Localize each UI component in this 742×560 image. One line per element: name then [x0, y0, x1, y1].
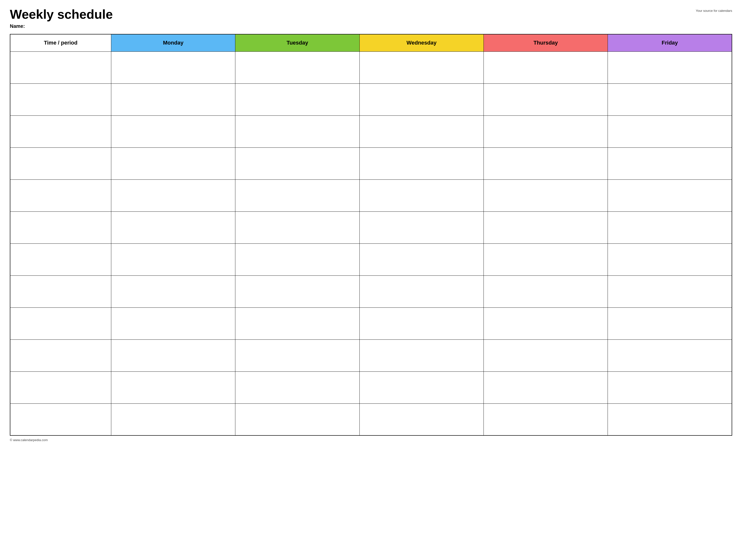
cell-r7-c5[interactable] [608, 275, 732, 307]
cell-r8-c2[interactable] [235, 307, 360, 339]
cell-r11-c1[interactable] [111, 403, 235, 436]
cell-r5-c0[interactable] [10, 212, 111, 243]
title-block: Weekly schedule Name: [10, 7, 113, 29]
cell-r8-c4[interactable] [483, 307, 607, 339]
cell-r10-c0[interactable] [10, 372, 111, 403]
header-monday: Monday [111, 34, 235, 51]
cell-r3-c5[interactable] [608, 148, 732, 179]
cell-r1-c0[interactable] [10, 83, 111, 115]
cell-r10-c2[interactable] [235, 372, 360, 403]
table-row [10, 307, 732, 339]
cell-r1-c4[interactable] [483, 83, 607, 115]
cell-r0-c3[interactable] [360, 51, 483, 83]
cell-r8-c1[interactable] [111, 307, 235, 339]
cell-r0-c4[interactable] [483, 51, 607, 83]
cell-r8-c3[interactable] [360, 307, 483, 339]
cell-r6-c5[interactable] [608, 243, 732, 275]
cell-r7-c4[interactable] [483, 275, 607, 307]
cell-r9-c5[interactable] [608, 339, 732, 372]
cell-r1-c5[interactable] [608, 83, 732, 115]
cell-r9-c3[interactable] [360, 339, 483, 372]
cell-r4-c5[interactable] [608, 179, 732, 212]
table-row [10, 115, 732, 148]
cell-r4-c1[interactable] [111, 179, 235, 212]
table-row [10, 403, 732, 436]
cell-r3-c0[interactable] [10, 148, 111, 179]
cell-r3-c1[interactable] [111, 148, 235, 179]
cell-r0-c2[interactable] [235, 51, 360, 83]
cell-r7-c0[interactable] [10, 275, 111, 307]
cell-r1-c3[interactable] [360, 83, 483, 115]
cell-r3-c2[interactable] [235, 148, 360, 179]
header-time-period: Time / period [10, 34, 111, 51]
header-thursday: Thursday [483, 34, 607, 51]
cell-r5-c3[interactable] [360, 212, 483, 243]
header-wednesday: Wednesday [360, 34, 483, 51]
header-friday: Friday [608, 34, 732, 51]
cell-r7-c1[interactable] [111, 275, 235, 307]
cell-r3-c3[interactable] [360, 148, 483, 179]
table-row [10, 339, 732, 372]
cell-r5-c4[interactable] [483, 212, 607, 243]
cell-r5-c2[interactable] [235, 212, 360, 243]
cell-r11-c5[interactable] [608, 403, 732, 436]
cell-r10-c1[interactable] [111, 372, 235, 403]
cell-r9-c0[interactable] [10, 339, 111, 372]
cell-r0-c0[interactable] [10, 51, 111, 83]
cell-r4-c3[interactable] [360, 179, 483, 212]
cell-r6-c3[interactable] [360, 243, 483, 275]
cell-r2-c4[interactable] [483, 115, 607, 148]
cell-r4-c4[interactable] [483, 179, 607, 212]
page-title: Weekly schedule [10, 7, 113, 21]
cell-r11-c0[interactable] [10, 403, 111, 436]
cell-r2-c3[interactable] [360, 115, 483, 148]
cell-r9-c2[interactable] [235, 339, 360, 372]
cell-r3-c4[interactable] [483, 148, 607, 179]
cell-r7-c2[interactable] [235, 275, 360, 307]
cell-r6-c4[interactable] [483, 243, 607, 275]
table-row [10, 83, 732, 115]
cell-r11-c4[interactable] [483, 403, 607, 436]
cell-r2-c2[interactable] [235, 115, 360, 148]
logo-tagline: Your source for calendars [696, 9, 732, 12]
cell-r10-c5[interactable] [608, 372, 732, 403]
cell-r6-c1[interactable] [111, 243, 235, 275]
header-area: Weekly schedule Name: Your source for ca… [10, 7, 732, 29]
header-row: Time / periodMondayTuesdayWednesdayThurs… [10, 34, 732, 51]
footer-url: © www.calendarpedia.com [10, 438, 732, 442]
cell-r4-c0[interactable] [10, 179, 111, 212]
table-row [10, 51, 732, 83]
cell-r11-c3[interactable] [360, 403, 483, 436]
table-row [10, 212, 732, 243]
cell-r9-c1[interactable] [111, 339, 235, 372]
cell-r10-c4[interactable] [483, 372, 607, 403]
cell-r11-c2[interactable] [235, 403, 360, 436]
cell-r5-c5[interactable] [608, 212, 732, 243]
table-row [10, 372, 732, 403]
cell-r0-c5[interactable] [608, 51, 732, 83]
cell-r8-c0[interactable] [10, 307, 111, 339]
cell-r4-c2[interactable] [235, 179, 360, 212]
logo-block: Your source for calendars [696, 8, 732, 12]
cell-r10-c3[interactable] [360, 372, 483, 403]
cell-r0-c1[interactable] [111, 51, 235, 83]
cell-r7-c3[interactable] [360, 275, 483, 307]
table-row [10, 179, 732, 212]
table-row [10, 148, 732, 179]
cell-r8-c5[interactable] [608, 307, 732, 339]
table-row [10, 243, 732, 275]
cell-r5-c1[interactable] [111, 212, 235, 243]
cell-r2-c1[interactable] [111, 115, 235, 148]
name-label: Name: [10, 23, 113, 29]
header-tuesday: Tuesday [235, 34, 360, 51]
cell-r1-c2[interactable] [235, 83, 360, 115]
cell-r2-c0[interactable] [10, 115, 111, 148]
table-row [10, 275, 732, 307]
cell-r6-c0[interactable] [10, 243, 111, 275]
cell-r2-c5[interactable] [608, 115, 732, 148]
cell-r6-c2[interactable] [235, 243, 360, 275]
cell-r1-c1[interactable] [111, 83, 235, 115]
schedule-table: Time / periodMondayTuesdayWednesdayThurs… [10, 34, 732, 436]
cell-r9-c4[interactable] [483, 339, 607, 372]
